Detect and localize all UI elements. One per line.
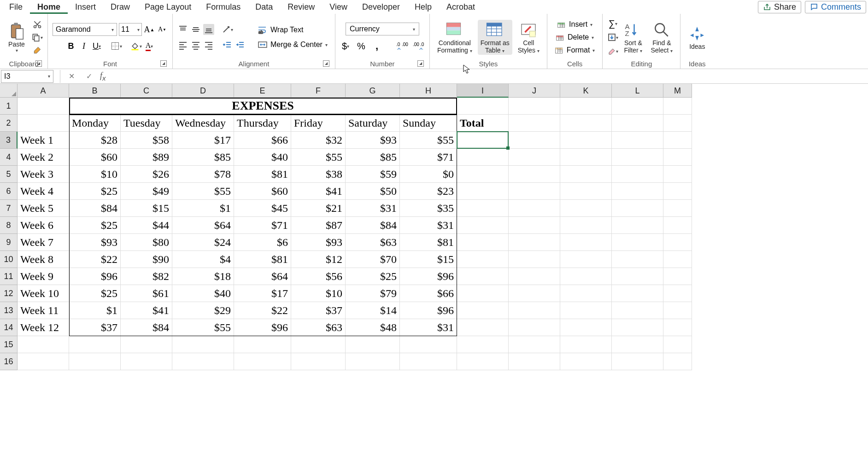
cell-F4[interactable]: $55 (291, 149, 346, 166)
cell-E14[interactable]: $96 (234, 319, 291, 336)
cell-J7[interactable] (509, 200, 560, 217)
cell-F8[interactable]: $87 (291, 217, 346, 234)
cell-D9[interactable]: $24 (172, 234, 234, 251)
row-header-4[interactable]: 4 (0, 149, 18, 166)
cell-E2[interactable]: Thursday (234, 115, 291, 132)
cell-J8[interactable] (509, 217, 560, 234)
cell-E11[interactable]: $64 (234, 268, 291, 285)
cell-D7[interactable]: $1 (172, 200, 234, 217)
cell-E9[interactable]: $6 (234, 234, 291, 251)
copy-button[interactable]: ▾ (31, 32, 43, 43)
cell-H12[interactable]: $66 (400, 285, 457, 302)
align-right-button[interactable] (203, 40, 214, 51)
cell-E15[interactable] (234, 336, 291, 353)
cell-K8[interactable] (560, 217, 612, 234)
cell-E3[interactable]: $66 (234, 132, 291, 149)
row-header-15[interactable]: 15 (0, 336, 18, 353)
cell-M8[interactable] (663, 217, 692, 234)
cell-K9[interactable] (560, 234, 612, 251)
decrease-font-button[interactable]: A▼ (157, 24, 168, 35)
comments-button[interactable]: Comments (805, 1, 866, 13)
cell-E6[interactable]: $60 (234, 183, 291, 200)
cell-C14[interactable]: $84 (121, 319, 172, 336)
cell-G8[interactable]: $84 (346, 217, 400, 234)
cell-M16[interactable] (663, 353, 692, 370)
col-header-K[interactable]: K (560, 84, 612, 98)
cell-K4[interactable] (560, 149, 612, 166)
cell-G13[interactable]: $14 (346, 302, 400, 319)
cell-K15[interactable] (560, 336, 612, 353)
cell-C5[interactable]: $26 (121, 166, 172, 183)
col-header-D[interactable]: D (172, 84, 234, 98)
cell-C8[interactable]: $44 (121, 217, 172, 234)
cell-A11[interactable]: Week 9 (18, 268, 69, 285)
cell-A12[interactable]: Week 10 (18, 285, 69, 302)
cell-K2[interactable] (560, 115, 612, 132)
comma-format-button[interactable]: , (371, 40, 382, 52)
cell-B2[interactable]: Monday (69, 115, 121, 132)
cell-J3[interactable] (509, 132, 560, 149)
col-header-E[interactable]: E (234, 84, 291, 98)
cell-G5[interactable]: $59 (346, 166, 400, 183)
cell-C9[interactable]: $80 (121, 234, 172, 251)
fx-icon[interactable]: fx (100, 71, 106, 82)
align-middle-button[interactable] (190, 24, 201, 35)
cell-G14[interactable]: $48 (346, 319, 400, 336)
share-button[interactable]: Share (758, 1, 801, 13)
cell-E12[interactable]: $17 (234, 285, 291, 302)
menu-insert[interactable]: Insert (68, 0, 103, 14)
row-header-9[interactable]: 9 (0, 234, 18, 251)
cell-D4[interactable]: $85 (172, 149, 234, 166)
cell-L11[interactable] (612, 268, 663, 285)
cell-D2[interactable]: Wednesday (172, 115, 234, 132)
cell-J11[interactable] (509, 268, 560, 285)
cell-M15[interactable] (663, 336, 692, 353)
cell-A7[interactable]: Week 5 (18, 200, 69, 217)
cell-F16[interactable] (291, 353, 346, 370)
cell-I10[interactable] (457, 251, 509, 268)
row-header-12[interactable]: 12 (0, 285, 18, 302)
cell-M13[interactable] (663, 302, 692, 319)
cell-M7[interactable] (663, 200, 692, 217)
cell-A3[interactable]: Week 1 (18, 132, 69, 149)
cell-B7[interactable]: $84 (69, 200, 121, 217)
cell-A6[interactable]: Week 4 (18, 183, 69, 200)
cell-D11[interactable]: $18 (172, 268, 234, 285)
cell-K12[interactable] (560, 285, 612, 302)
menu-formulas[interactable]: Formulas (199, 0, 248, 14)
format-painter-button[interactable] (31, 45, 43, 56)
font-dialog-launcher[interactable]: ◢ (160, 60, 167, 67)
cell-J2[interactable] (509, 115, 560, 132)
cell-A13[interactable]: Week 11 (18, 302, 69, 319)
title-cell[interactable]: EXPENSES (69, 98, 457, 115)
cell-L8[interactable] (612, 217, 663, 234)
cell-G9[interactable]: $63 (346, 234, 400, 251)
cell-A2[interactable] (18, 115, 69, 132)
cell-H5[interactable]: $0 (400, 166, 457, 183)
cell-B14[interactable]: $37 (69, 319, 121, 336)
menu-page-layout[interactable]: Page Layout (137, 0, 199, 14)
cell-H4[interactable]: $71 (400, 149, 457, 166)
cell-B10[interactable]: $22 (69, 251, 121, 268)
format-cells-button[interactable]: Format ▾ (552, 45, 598, 55)
cell-H15[interactable] (400, 336, 457, 353)
cell-styles-button[interactable]: Cell Styles ▾ (515, 20, 542, 55)
cell-C7[interactable]: $15 (121, 200, 172, 217)
cell-A9[interactable]: Week 7 (18, 234, 69, 251)
cell-B3[interactable]: $28 (69, 132, 121, 149)
cell-D5[interactable]: $78 (172, 166, 234, 183)
cell-M6[interactable] (663, 183, 692, 200)
autosum-button[interactable]: ∑▾ (607, 18, 618, 29)
cell-A14[interactable]: Week 12 (18, 319, 69, 336)
cell-D15[interactable] (172, 336, 234, 353)
font-size-combo[interactable]: 11▾ (119, 23, 142, 36)
cell-C6[interactable]: $49 (121, 183, 172, 200)
cell-A16[interactable] (18, 353, 69, 370)
row-header-16[interactable]: 16 (0, 353, 18, 370)
cell-C3[interactable]: $58 (121, 132, 172, 149)
cell-D8[interactable]: $64 (172, 217, 234, 234)
cell-C13[interactable]: $41 (121, 302, 172, 319)
cell-B4[interactable]: $60 (69, 149, 121, 166)
cell-M1[interactable] (663, 98, 692, 115)
increase-font-button[interactable]: A▲ (144, 24, 155, 35)
